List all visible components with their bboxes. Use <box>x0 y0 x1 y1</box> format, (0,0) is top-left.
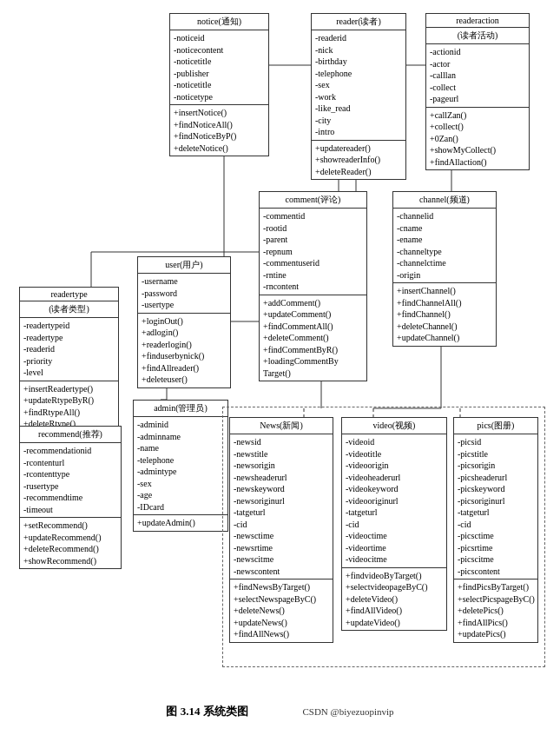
comment-box: comment(评论) -commentid -rootid -parent -… <box>259 191 367 381</box>
video-title: video(视频) <box>342 418 446 434</box>
notice-title: notice(通知) <box>170 14 268 30</box>
channel-methods: +insertChannel() +findChannelAll() +find… <box>393 283 496 346</box>
caption-text: 图 3.14 系统类图 <box>166 705 247 718</box>
readertype-box: readertype (读者类型) -readertypeid -readert… <box>19 287 119 433</box>
readertype-attrs: -readertypeid -readertype -readerid -pri… <box>20 318 118 381</box>
video-box: video(视频) -videoid -videotitle -videoori… <box>341 417 447 631</box>
admin-title: admin(管理员) <box>134 401 227 417</box>
readertype-title: readertype <box>20 288 118 301</box>
news-title: News(新闻) <box>230 418 333 434</box>
channel-box: channel(频道) -channelid -cname -ename -ch… <box>392 191 497 347</box>
readeraction-title2: (读者活动) <box>426 28 529 44</box>
comment-title: comment(评论) <box>260 192 366 209</box>
recommend-box: recommend(推荐) -recommendationid -rconten… <box>19 426 122 569</box>
user-attrs: -username -password -usertype <box>138 274 230 314</box>
readeraction-title: readeraction <box>426 14 529 28</box>
caption-right: CSDN @biyezuopinvip <box>302 706 393 717</box>
admin-attrs: -adminid -adminname -name -telephone -ad… <box>134 417 227 515</box>
video-attrs: -videoid -videotitle -videoorigin -video… <box>342 434 446 568</box>
caption: 图 3.14 系统类图 CSDN @biyezuopinvip <box>0 704 560 719</box>
readeraction-box: readeraction (读者活动) -actionid -actor -ca… <box>425 13 530 170</box>
pics-attrs: -picsid -picstitle -picsorigin -picshead… <box>454 434 537 579</box>
diagram-container: notice(通知) -noticeid -noticecontent -not… <box>0 0 560 730</box>
comment-methods: +addComment() +updateComment() +findComm… <box>260 295 366 381</box>
user-title: user(用户) <box>138 257 230 274</box>
reader-methods: +updatereader() +showreaderInfo() +delet… <box>312 141 405 180</box>
user-box: user(用户) -username -password -usertype +… <box>137 256 231 388</box>
recommend-attrs: -recommendationid -rcontenturl -rcontent… <box>20 443 121 518</box>
news-attrs: -newsid -newstitle -newsorigin -newshead… <box>230 434 333 579</box>
pics-title: pics(图册) <box>454 418 537 434</box>
notice-attrs: -noticeid -noticecontent -noticetitle -p… <box>170 30 268 105</box>
user-methods: +loginOut() +adlogin() +readerlogin() +f… <box>138 314 230 387</box>
reader-title: reader(读者) <box>312 14 405 30</box>
admin-box: admin(管理员) -adminid -adminname -name -te… <box>133 400 228 532</box>
recommend-methods: +setRecommend() +updateRecommend() +dele… <box>20 518 121 568</box>
news-box: News(新闻) -newsid -newstitle -newsorigin … <box>229 417 333 643</box>
readeraction-methods: +callZan() +collect() +0Zan() +showMyCol… <box>426 108 529 170</box>
readertype-title2: (读者类型) <box>20 301 118 318</box>
notice-methods: +insertNotice() +findNoticeAll() +findNo… <box>170 105 268 156</box>
channel-attrs: -channelid -cname -ename -channeltype -c… <box>393 209 496 283</box>
recommend-title: recommend(推荐) <box>20 427 121 443</box>
readeraction-attrs: -actionid -actor -calllan -collect -page… <box>426 44 529 108</box>
reader-box: reader(读者) -readerid -nick -birthday -te… <box>311 13 406 180</box>
pics-box: pics(图册) -picsid -picstitle -picsorigin … <box>453 417 538 643</box>
pics-methods: +findPicsByTarget() +selectPicspageByC()… <box>454 579 537 642</box>
reader-attrs: -readerid -nick -birthday -telephone -se… <box>312 30 405 141</box>
channel-title: channel(频道) <box>393 192 496 209</box>
news-methods: +findNewsByTarget() +selectNewspageByC()… <box>230 579 333 642</box>
readertype-methods: +insertReadertype() +updateRtypeByR() +f… <box>20 381 118 432</box>
admin-methods: +updateAdmin() <box>134 515 227 531</box>
video-methods: +findvideoByTarget() +selectvideopageByC… <box>342 568 446 631</box>
notice-box: notice(通知) -noticeid -noticecontent -not… <box>169 13 269 156</box>
comment-attrs: -commentid -rootid -parent -repnum -comm… <box>260 209 366 295</box>
